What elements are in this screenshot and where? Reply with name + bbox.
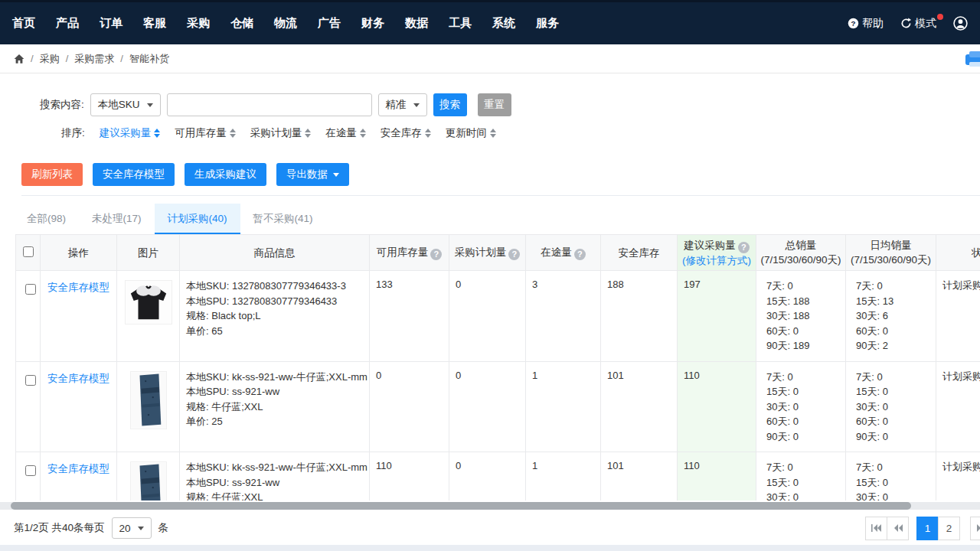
product-spu: 本地SPU: 1327808307779346433 <box>186 294 363 309</box>
total-sales-cell: 7天: 0 15天: 188 30天: 188 60天: 0 90天: 189 <box>756 271 846 362</box>
safety-stock-model-button[interactable]: 安全库存模型 <box>93 163 175 186</box>
sort-by-planned-qty[interactable]: 采购计划量 <box>250 126 312 140</box>
nav-item-products[interactable]: 产品 <box>56 16 79 31</box>
chevron-down-icon <box>138 527 144 530</box>
row-checkbox[interactable] <box>25 465 36 476</box>
match-type-select[interactable]: 精准 <box>378 93 427 116</box>
product-sku: 本地SKU: 1327808307779346433-3 <box>186 279 363 294</box>
nav-item-customer-service[interactable]: 客服 <box>143 16 166 31</box>
daily-sales-cell: 7天: 0 15天: 13 30天: 6 60天: 0 90天: 2 <box>846 271 936 362</box>
per-page-selected: 20 <box>119 523 131 534</box>
scrollbar-thumb[interactable] <box>11 502 911 510</box>
product-spu: 本地SPU: ss-921-ww <box>186 475 363 491</box>
breadcrumb-link-purchase[interactable]: 采购 <box>40 52 60 66</box>
column-header-suggested: 建议采购量 (修改计算方式) <box>678 235 756 271</box>
planned-qty-value: 0 <box>449 361 526 452</box>
search-input[interactable] <box>167 93 372 116</box>
suggested-qty-value: 110 <box>678 452 756 501</box>
mode-button[interactable]: 模式 <box>900 17 936 31</box>
page-button-1[interactable]: 1 <box>916 517 939 540</box>
export-data-button[interactable]: 导出数据 <box>276 163 349 186</box>
prev-page-button[interactable] <box>887 517 909 540</box>
page-bottom-strip <box>0 545 980 551</box>
column-header-safety: 安全库存 <box>601 235 678 271</box>
available-stock-value: 110 <box>370 452 449 501</box>
column-header-select <box>16 235 41 271</box>
safety-stock-model-link[interactable]: 安全库存模型 <box>47 463 109 474</box>
product-price: 单价: 65 <box>186 324 363 339</box>
page-button-2[interactable]: 2 <box>938 517 960 540</box>
column-header-status: 状态 <box>936 235 980 271</box>
product-image-blue-jeans[interactable] <box>130 461 167 500</box>
nav-item-finance[interactable]: 财务 <box>361 16 384 31</box>
sort-by-update-time[interactable]: 更新时间 <box>446 126 496 140</box>
mode-notification-dot <box>937 14 943 20</box>
nav-item-services[interactable]: 服务 <box>536 16 559 31</box>
user-menu-button[interactable] <box>953 16 968 31</box>
suggested-qty-value: 197 <box>678 271 756 362</box>
nav-item-warehouse[interactable]: 仓储 <box>230 16 253 31</box>
daily-sales-cell: 7天: 0 15天: 0 30天: 0 60天: 0 90天: 0 <box>846 361 936 452</box>
help-circle-icon[interactable] <box>574 249 586 260</box>
nav-item-tools[interactable]: 工具 <box>449 16 472 31</box>
safety-stock-model-link[interactable]: 安全库存模型 <box>47 282 109 293</box>
replenishment-table: 操作 图片 商品信息 可用库存量 采购计划量 在途量 安全库存 建议采购量 (修… <box>15 234 980 500</box>
tab-not-purchasing[interactable]: 暂不采购(41) <box>240 204 326 234</box>
row-checkbox[interactable] <box>25 375 36 386</box>
toolbar: 刷新列表 安全库存模型 生成采购建议 导出数据 <box>21 163 980 196</box>
planned-qty-value: 0 <box>449 271 526 362</box>
sort-by-available-stock[interactable]: 可用库存量 <box>175 126 236 140</box>
match-type-selected: 精准 <box>386 98 407 112</box>
search-button[interactable]: 搜索 <box>433 93 467 116</box>
reset-button[interactable]: 重置 <box>478 93 511 116</box>
product-spec: 规格: 牛仔蓝;XXL <box>186 490 363 500</box>
nav-item-home[interactable]: 首页 <box>12 16 35 31</box>
breadcrumb-link-purchase-demand[interactable]: 采购需求 <box>74 52 114 66</box>
nav-item-data[interactable]: 数据 <box>405 16 428 31</box>
tab-unprocessed[interactable]: 未处理(17) <box>79 204 155 234</box>
row-checkbox[interactable] <box>25 284 36 295</box>
tab-all[interactable]: 全部(98) <box>14 204 79 234</box>
nav-item-orders[interactable]: 订单 <box>100 16 122 31</box>
pagination-info: 第1/2页 共40条每页 <box>14 521 105 535</box>
sort-by-suggested-qty[interactable]: 建议采购量 <box>100 126 161 140</box>
safety-stock-model-link[interactable]: 安全库存模型 <box>47 373 109 384</box>
product-image-black-top[interactable] <box>125 280 172 324</box>
breadcrumb: / 采购 / 采购需求 / 智能补货 <box>0 44 980 73</box>
table-row: 安全库存模型 本地SKU: kk-ss-921-ww-牛仔蓝;XXL-mm 本地… <box>16 361 980 452</box>
sort-by-in-transit[interactable]: 在途量 <box>325 126 366 140</box>
per-page-select[interactable]: 20 <box>112 517 152 539</box>
help-circle-icon[interactable] <box>738 242 750 253</box>
svg-text:?: ? <box>851 19 855 28</box>
modify-calculation-link[interactable]: (修改计算方式) <box>682 255 751 266</box>
sort-by-safety-stock[interactable]: 安全库存 <box>381 126 431 140</box>
question-circle-icon: ? <box>848 18 859 29</box>
help-circle-icon[interactable] <box>508 249 520 260</box>
daily-sales-cell: 7天: 0 15天: 0 30天: 0 60天: 0 90天: 0 <box>846 452 936 501</box>
safety-stock-value: 101 <box>601 452 678 501</box>
help-button[interactable]: ? 帮助 <box>848 17 884 31</box>
floating-widget-icon[interactable] <box>965 51 980 70</box>
generate-purchase-suggestion-button[interactable]: 生成采购建议 <box>185 163 266 186</box>
select-all-checkbox[interactable] <box>23 246 34 257</box>
nav-item-system[interactable]: 系统 <box>492 16 515 31</box>
help-circle-icon[interactable] <box>430 249 442 260</box>
tab-planned-purchase[interactable]: 计划采购(40) <box>155 204 240 234</box>
nav-item-purchase[interactable]: 采购 <box>187 16 210 31</box>
search-field-select[interactable]: 本地SKU <box>90 93 161 116</box>
product-image-blue-jeans[interactable] <box>130 371 167 429</box>
status-text: 计划采购 <box>936 452 980 501</box>
suggested-qty-value: 110 <box>678 361 756 452</box>
search-field-selected: 本地SKU <box>98 98 140 112</box>
next-page-button[interactable] <box>970 517 980 540</box>
product-spec: 规格: 牛仔蓝;XXL <box>186 399 363 415</box>
first-page-button[interactable] <box>865 517 887 540</box>
home-icon[interactable] <box>14 54 24 64</box>
horizontal-scrollbar <box>0 502 980 510</box>
sort-arrows-icon <box>360 129 366 138</box>
total-sales-cell: 7天: 0 15天: 0 30天: 0 60天: 0 90天: 0 <box>756 361 846 452</box>
sort-bar: 排序: 建议采购量 可用库存量 采购计划量 在途量 安全库存 更新时间 <box>61 126 980 140</box>
nav-item-logistics[interactable]: 物流 <box>274 16 297 31</box>
nav-item-ads[interactable]: 广告 <box>318 16 341 31</box>
refresh-list-button[interactable]: 刷新列表 <box>21 163 83 186</box>
